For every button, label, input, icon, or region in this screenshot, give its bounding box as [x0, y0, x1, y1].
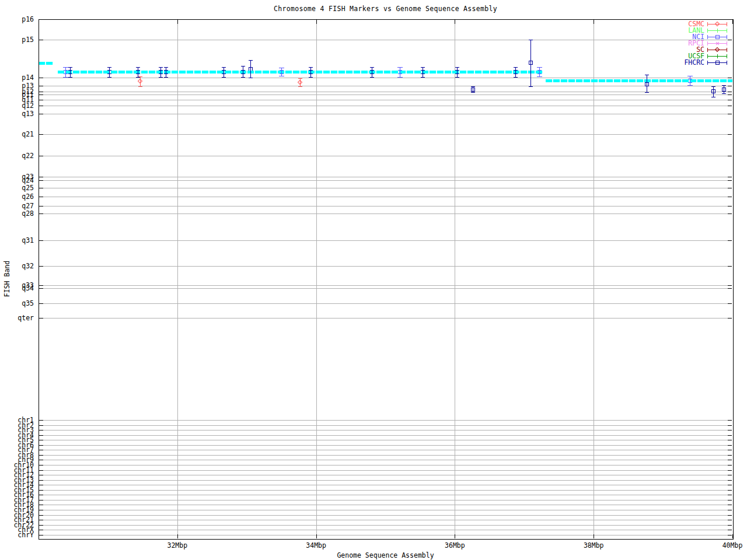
y-tick-label: q27	[0, 202, 34, 209]
error-bar	[530, 40, 531, 86]
error-bar	[70, 67, 71, 77]
error-bar-cap	[164, 67, 168, 68]
error-bar-cap	[514, 67, 518, 68]
error-bar-cap	[397, 67, 403, 68]
error-bar-cap	[722, 93, 726, 94]
error-bar-cap	[222, 77, 226, 78]
error-bar-cap	[711, 86, 715, 87]
error-bar-cap	[298, 86, 302, 87]
x-tick-label: 34Mbp	[293, 542, 340, 549]
y-tick-label: q12	[0, 102, 34, 109]
error-bar	[166, 67, 166, 77]
y-tick-label: q32	[0, 262, 34, 270]
x-axis-label: Genome Sequence Assembly	[39, 551, 732, 559]
error-bar-cap	[455, 77, 459, 78]
y-tick-label: q24	[0, 177, 34, 184]
error-bar	[109, 67, 110, 77]
y-tick-label: q13	[0, 110, 34, 117]
error-bar-cap	[107, 67, 111, 68]
error-bar-cap	[309, 67, 313, 68]
y-tick-label: q22	[0, 152, 34, 159]
y-tick-label: q21	[0, 131, 34, 138]
error-bar-cap	[63, 67, 68, 68]
error-bar-cap	[136, 67, 140, 68]
error-bar-cap	[164, 77, 168, 78]
error-bar-cap	[370, 67, 374, 68]
error-bar-cap	[241, 66, 245, 66]
error-bar	[515, 67, 516, 77]
error-bar-cap	[687, 85, 693, 86]
y-tick-label: qter	[0, 314, 34, 321]
error-bar-cap	[421, 77, 425, 78]
y-tick-label: q26	[0, 193, 34, 200]
error-bar	[724, 85, 724, 93]
error-bar	[138, 67, 138, 77]
fish-marker-chart: Chromosome 4 FISH Markers vs Genome Sequ…	[0, 0, 747, 560]
error-bar	[160, 67, 161, 77]
error-bar	[281, 68, 282, 76]
error-bar	[423, 67, 423, 77]
y-tick-label: q31	[0, 237, 34, 244]
error-bar	[647, 75, 647, 92]
error-bar-cap	[249, 60, 253, 61]
error-bar-cap	[279, 76, 284, 76]
y-tick-label: p14	[0, 74, 34, 81]
error-bar-cap	[222, 67, 226, 68]
x-tick-label: 36Mbp	[431, 542, 478, 549]
error-bar-cap	[138, 86, 142, 87]
y-tick-label: q35	[0, 300, 34, 307]
error-bar-cap	[645, 92, 649, 93]
error-bar-cap	[471, 86, 475, 87]
error-bar-cap	[471, 92, 475, 93]
y-tick-label: q28	[0, 210, 34, 217]
error-bar-cap	[537, 76, 542, 77]
error-bar	[243, 66, 243, 77]
y-tick-label: p15	[0, 36, 34, 43]
plot-border	[39, 19, 734, 540]
error-bar-cap	[159, 67, 163, 68]
error-bar	[713, 86, 714, 97]
error-bar-cap	[645, 75, 649, 75]
error-bar-cap	[107, 77, 111, 78]
error-bar	[224, 67, 224, 77]
error-bar-cap	[370, 77, 374, 78]
y-tick-label: chrY	[0, 531, 34, 538]
x-tick-label: 32Mbp	[154, 542, 201, 549]
error-bar-cap	[249, 78, 253, 78]
y-tick-label: q25	[0, 184, 34, 191]
error-bar-cap	[309, 77, 313, 78]
error-bar-cap	[455, 67, 459, 68]
y-tick-label: q34	[0, 285, 34, 292]
error-bar	[473, 86, 473, 92]
error-bar-cap	[687, 76, 693, 76]
chart-title: Chromosome 4 FISH Markers vs Genome Sequ…	[39, 5, 732, 13]
error-bar	[539, 67, 540, 76]
error-bar-cap	[421, 67, 425, 68]
error-bar	[400, 67, 400, 77]
error-bar	[457, 67, 458, 77]
x-tick-label: 40Mbp	[709, 542, 747, 549]
error-bar-cap	[279, 68, 284, 68]
error-bar	[690, 76, 690, 85]
error-bar-cap	[529, 86, 533, 87]
y-tick-label: p16	[0, 16, 34, 23]
error-bar-cap	[159, 77, 163, 78]
error-bar-cap	[298, 78, 302, 79]
error-bar-cap	[722, 85, 726, 86]
error-bar-cap	[711, 97, 715, 97]
error-bar-cap	[68, 77, 72, 78]
error-bar-cap	[537, 67, 542, 68]
error-bar	[65, 67, 66, 77]
error-bar	[250, 60, 251, 78]
error-bar	[372, 67, 372, 77]
error-bar-cap	[68, 67, 72, 68]
error-bar-cap	[529, 40, 533, 40]
error-bar	[300, 78, 301, 86]
x-tick-label: 38Mbp	[570, 542, 617, 549]
error-bar	[310, 67, 311, 77]
error-bar-cap	[514, 77, 518, 78]
error-bar	[140, 76, 141, 86]
error-bar-cap	[136, 77, 140, 78]
error-bar-cap	[397, 77, 403, 78]
error-bar-cap	[63, 77, 68, 78]
